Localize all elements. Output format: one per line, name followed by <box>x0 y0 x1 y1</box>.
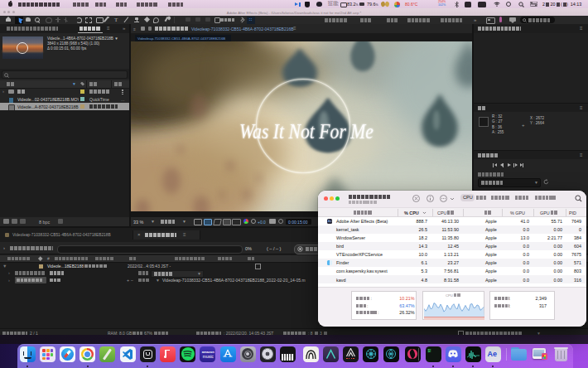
svg-text:Was It Not For Me: Was It Not For Me <box>239 119 374 143</box>
